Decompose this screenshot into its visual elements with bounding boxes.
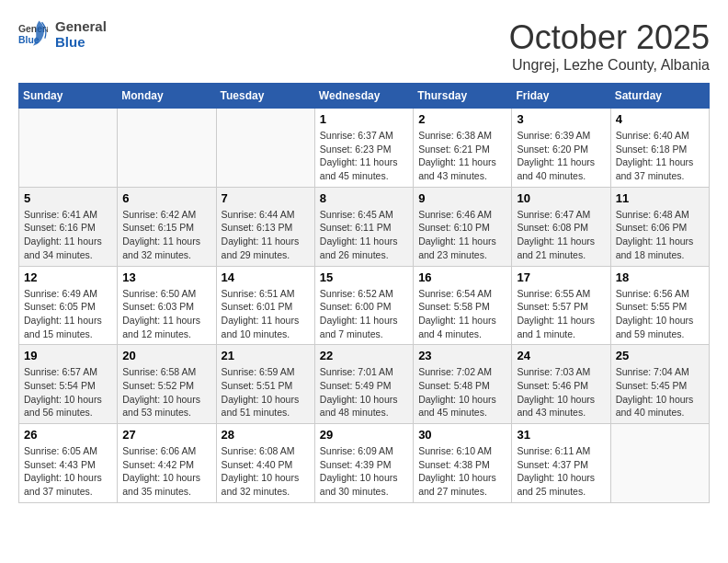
day-number: 7: [222, 191, 310, 205]
calendar-day-cell: 1Sunrise: 6:37 AM Sunset: 6:23 PM Daylig…: [314, 109, 413, 188]
day-info: Sunrise: 6:40 AM Sunset: 6:18 PM Dayligh…: [616, 129, 704, 183]
logo-icon: General Blue: [18, 19, 48, 49]
day-number: 9: [418, 191, 506, 205]
weekday-header-sunday: Sunday: [19, 84, 118, 109]
day-number: 28: [222, 428, 310, 442]
calendar-week-row: 1Sunrise: 6:37 AM Sunset: 6:23 PM Daylig…: [19, 109, 710, 188]
day-number: 14: [222, 270, 310, 284]
day-info: Sunrise: 6:50 AM Sunset: 6:03 PM Dayligh…: [122, 287, 210, 341]
calendar-day-cell: 19Sunrise: 6:57 AM Sunset: 5:54 PM Dayli…: [19, 345, 118, 424]
calendar-day-cell: 2Sunrise: 6:38 AM Sunset: 6:21 PM Daylig…: [414, 109, 512, 188]
day-number: 15: [320, 270, 408, 284]
calendar-day-cell: 12Sunrise: 6:49 AM Sunset: 6:05 PM Dayli…: [19, 266, 118, 345]
day-info: Sunrise: 6:49 AM Sunset: 6:05 PM Dayligh…: [24, 287, 112, 341]
calendar-week-row: 12Sunrise: 6:49 AM Sunset: 6:05 PM Dayli…: [19, 266, 710, 345]
calendar-day-cell: 14Sunrise: 6:51 AM Sunset: 6:01 PM Dayli…: [216, 266, 314, 345]
day-number: 17: [517, 270, 605, 284]
day-number: 11: [616, 191, 704, 205]
calendar-day-cell: [610, 424, 709, 503]
day-info: Sunrise: 6:39 AM Sunset: 6:20 PM Dayligh…: [517, 129, 605, 183]
day-info: Sunrise: 6:58 AM Sunset: 5:52 PM Dayligh…: [122, 365, 210, 419]
calendar-week-row: 19Sunrise: 6:57 AM Sunset: 5:54 PM Dayli…: [19, 345, 710, 424]
day-number: 8: [320, 191, 408, 205]
day-info: Sunrise: 6:11 AM Sunset: 4:37 PM Dayligh…: [517, 444, 605, 499]
day-info: Sunrise: 7:03 AM Sunset: 5:46 PM Dayligh…: [517, 365, 605, 419]
day-number: 22: [320, 349, 408, 362]
calendar-day-cell: [19, 109, 118, 188]
day-number: 25: [616, 349, 704, 362]
day-info: Sunrise: 6:57 AM Sunset: 5:54 PM Dayligh…: [24, 365, 112, 419]
day-number: 24: [517, 349, 605, 362]
calendar-day-cell: 22Sunrise: 7:01 AM Sunset: 5:49 PM Dayli…: [314, 345, 413, 424]
logo-blue: Blue: [55, 34, 107, 50]
day-number: 29: [320, 428, 408, 442]
calendar-day-cell: 5Sunrise: 6:41 AM Sunset: 6:16 PM Daylig…: [19, 187, 118, 266]
day-info: Sunrise: 6:37 AM Sunset: 6:23 PM Dayligh…: [320, 129, 408, 183]
calendar-week-row: 5Sunrise: 6:41 AM Sunset: 6:16 PM Daylig…: [19, 187, 710, 266]
day-info: Sunrise: 6:45 AM Sunset: 6:11 PM Dayligh…: [320, 208, 408, 262]
calendar-day-cell: 26Sunrise: 6:05 AM Sunset: 4:43 PM Dayli…: [19, 424, 118, 503]
calendar-day-cell: 23Sunrise: 7:02 AM Sunset: 5:48 PM Dayli…: [414, 345, 512, 424]
calendar-day-cell: [118, 109, 216, 188]
day-number: 23: [418, 349, 506, 362]
calendar-day-cell: 18Sunrise: 6:56 AM Sunset: 5:55 PM Dayli…: [610, 266, 709, 345]
day-number: 1: [320, 112, 408, 126]
day-number: 6: [122, 191, 210, 205]
day-number: 5: [24, 191, 112, 205]
day-info: Sunrise: 6:38 AM Sunset: 6:21 PM Dayligh…: [418, 129, 506, 183]
day-info: Sunrise: 7:01 AM Sunset: 5:49 PM Dayligh…: [320, 365, 408, 419]
calendar-day-cell: 8Sunrise: 6:45 AM Sunset: 6:11 PM Daylig…: [314, 187, 413, 266]
day-number: 31: [517, 428, 605, 442]
day-info: Sunrise: 6:42 AM Sunset: 6:15 PM Dayligh…: [122, 208, 210, 262]
calendar-day-cell: 7Sunrise: 6:44 AM Sunset: 6:13 PM Daylig…: [216, 187, 314, 266]
day-info: Sunrise: 6:48 AM Sunset: 6:06 PM Dayligh…: [616, 208, 704, 262]
day-number: 10: [517, 191, 605, 205]
day-info: Sunrise: 6:51 AM Sunset: 6:01 PM Dayligh…: [222, 287, 310, 341]
day-number: 20: [122, 349, 210, 362]
calendar-day-cell: 24Sunrise: 7:03 AM Sunset: 5:46 PM Dayli…: [512, 345, 610, 424]
calendar-week-row: 26Sunrise: 6:05 AM Sunset: 4:43 PM Dayli…: [19, 424, 710, 503]
day-info: Sunrise: 6:09 AM Sunset: 4:39 PM Dayligh…: [320, 444, 408, 499]
day-info: Sunrise: 7:02 AM Sunset: 5:48 PM Dayligh…: [418, 365, 506, 419]
day-info: Sunrise: 6:52 AM Sunset: 6:00 PM Dayligh…: [320, 287, 408, 341]
month-title: October 2025: [509, 18, 710, 57]
day-number: 21: [222, 349, 310, 362]
calendar-day-cell: 6Sunrise: 6:42 AM Sunset: 6:15 PM Daylig…: [118, 187, 216, 266]
calendar-day-cell: 15Sunrise: 6:52 AM Sunset: 6:00 PM Dayli…: [314, 266, 413, 345]
day-number: 2: [418, 112, 506, 126]
calendar-day-cell: 17Sunrise: 6:55 AM Sunset: 5:57 PM Dayli…: [512, 266, 610, 345]
weekday-header-tuesday: Tuesday: [216, 84, 314, 109]
calendar-day-cell: 20Sunrise: 6:58 AM Sunset: 5:52 PM Dayli…: [118, 345, 216, 424]
day-number: 3: [517, 112, 605, 126]
day-info: Sunrise: 6:06 AM Sunset: 4:42 PM Dayligh…: [122, 444, 210, 499]
calendar-day-cell: 13Sunrise: 6:50 AM Sunset: 6:03 PM Dayli…: [118, 266, 216, 345]
day-number: 19: [24, 349, 112, 362]
weekday-header-thursday: Thursday: [414, 84, 512, 109]
weekday-header-row: SundayMondayTuesdayWednesdayThursdayFrid…: [19, 84, 710, 109]
day-info: Sunrise: 7:04 AM Sunset: 5:45 PM Dayligh…: [616, 365, 704, 419]
calendar-day-cell: 31Sunrise: 6:11 AM Sunset: 4:37 PM Dayli…: [512, 424, 610, 503]
day-number: 13: [122, 270, 210, 284]
weekday-header-monday: Monday: [118, 84, 216, 109]
title-block: October 2025 Ungrej, Lezhe County, Alban…: [509, 18, 710, 74]
day-number: 30: [418, 428, 506, 442]
day-info: Sunrise: 6:54 AM Sunset: 5:58 PM Dayligh…: [418, 287, 506, 341]
day-info: Sunrise: 6:55 AM Sunset: 5:57 PM Dayligh…: [517, 287, 605, 341]
calendar-day-cell: 28Sunrise: 6:08 AM Sunset: 4:40 PM Dayli…: [216, 424, 314, 503]
day-info: Sunrise: 6:59 AM Sunset: 5:51 PM Dayligh…: [222, 365, 310, 419]
weekday-header-saturday: Saturday: [610, 84, 709, 109]
calendar-day-cell: 25Sunrise: 7:04 AM Sunset: 5:45 PM Dayli…: [610, 345, 709, 424]
calendar-day-cell: 9Sunrise: 6:46 AM Sunset: 6:10 PM Daylig…: [414, 187, 512, 266]
calendar-day-cell: [216, 109, 314, 188]
day-info: Sunrise: 6:05 AM Sunset: 4:43 PM Dayligh…: [24, 444, 112, 499]
weekday-header-wednesday: Wednesday: [314, 84, 413, 109]
day-info: Sunrise: 6:10 AM Sunset: 4:38 PM Dayligh…: [418, 444, 506, 499]
calendar-day-cell: 11Sunrise: 6:48 AM Sunset: 6:06 PM Dayli…: [610, 187, 709, 266]
day-info: Sunrise: 6:47 AM Sunset: 6:08 PM Dayligh…: [517, 208, 605, 262]
day-info: Sunrise: 6:56 AM Sunset: 5:55 PM Dayligh…: [616, 287, 704, 341]
weekday-header-friday: Friday: [512, 84, 610, 109]
calendar-day-cell: 16Sunrise: 6:54 AM Sunset: 5:58 PM Dayli…: [414, 266, 512, 345]
day-info: Sunrise: 6:08 AM Sunset: 4:40 PM Dayligh…: [222, 444, 310, 499]
calendar-day-cell: 10Sunrise: 6:47 AM Sunset: 6:08 PM Dayli…: [512, 187, 610, 266]
calendar-day-cell: 3Sunrise: 6:39 AM Sunset: 6:20 PM Daylig…: [512, 109, 610, 188]
